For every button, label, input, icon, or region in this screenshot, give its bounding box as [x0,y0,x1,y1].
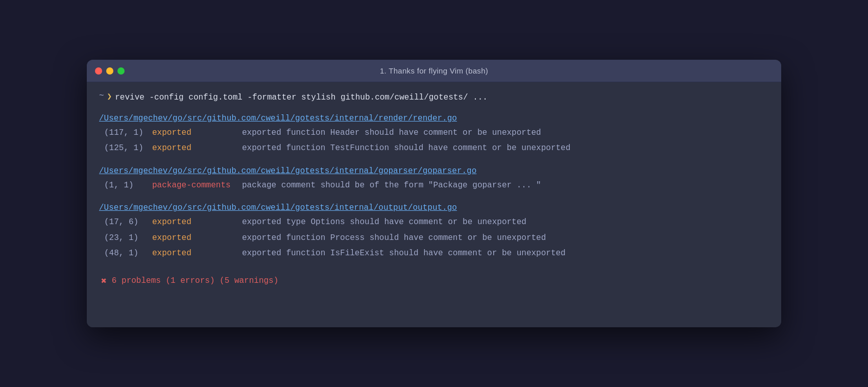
rule-goparser-0: package-comments [150,178,242,193]
tilde-symbol: ~ [99,91,104,101]
file-header-render: /Users/mgechev/go/src/github.com/cweill/… [99,114,769,123]
section-goparser: /Users/mgechev/go/src/github.com/cweill/… [99,166,769,193]
minimize-button[interactable] [106,67,113,75]
lint-line-render-0: (117, 1) exported exported function Head… [99,125,769,140]
location-output-1: (23, 1) [104,230,150,246]
close-button[interactable] [95,67,102,75]
location-output-2: (48, 1) [104,246,150,261]
location-render-1: (125, 1) [104,140,150,156]
location-output-0: (17, 6) [104,214,150,230]
lint-line-render-1: (125, 1) exported exported function Test… [99,140,769,156]
terminal-window: 1. Thanks for flying Vim (bash) ~ ❯ revi… [87,60,781,327]
lint-line-goparser-0: (1, 1) package-comments package comment … [99,178,769,193]
message-output-1: exported function Process should have co… [242,230,546,246]
location-render-0: (117, 1) [104,125,150,140]
section-render: /Users/mgechev/go/src/github.com/cweill/… [99,114,769,156]
command-text: revive -config config.toml -formatter st… [115,91,488,104]
summary-line: ✖ 6 problems (1 errors) (5 warnings) [99,275,769,286]
message-output-2: exported function IsFileExist should hav… [242,246,566,261]
lint-line-output-0: (17, 6) exported exported type Options s… [99,214,769,230]
rule-render-1: exported [150,140,242,156]
rule-output-1: exported [150,230,242,246]
prompt-line: ~ ❯ revive -config config.toml -formatte… [99,91,769,104]
lint-line-output-2: (48, 1) exported exported function IsFil… [99,246,769,261]
rule-output-0: exported [150,214,242,230]
lint-line-output-1: (23, 1) exported exported function Proce… [99,230,769,246]
file-link-goparser[interactable]: /Users/mgechev/go/src/github.com/cweill/… [99,166,476,176]
file-header-goparser: /Users/mgechev/go/src/github.com/cweill/… [99,166,769,176]
traffic-lights [95,67,125,75]
file-link-render[interactable]: /Users/mgechev/go/src/github.com/cweill/… [99,114,457,123]
file-link-output[interactable]: /Users/mgechev/go/src/github.com/cweill/… [99,203,457,212]
message-output-0: exported type Options should have commen… [242,214,526,230]
location-goparser-0: (1, 1) [104,178,150,193]
chevron-icon: ❯ [107,91,112,102]
titlebar: 1. Thanks for flying Vim (bash) [87,60,781,82]
message-render-0: exported function Header should have com… [242,125,541,140]
summary-text: 6 problems (1 errors) (5 warnings) [112,276,278,285]
window-title: 1. Thanks for flying Vim (bash) [380,66,488,75]
rule-render-0: exported [150,125,242,140]
error-icon: ✖ [101,275,107,286]
terminal-body: ~ ❯ revive -config config.toml -formatte… [87,82,781,327]
rule-output-2: exported [150,246,242,261]
message-goparser-0: package comment should be of the form "P… [242,178,541,193]
section-output: /Users/mgechev/go/src/github.com/cweill/… [99,203,769,261]
maximize-button[interactable] [117,67,125,75]
file-header-output: /Users/mgechev/go/src/github.com/cweill/… [99,203,769,212]
message-render-1: exported function TestFunction should ha… [242,140,570,156]
